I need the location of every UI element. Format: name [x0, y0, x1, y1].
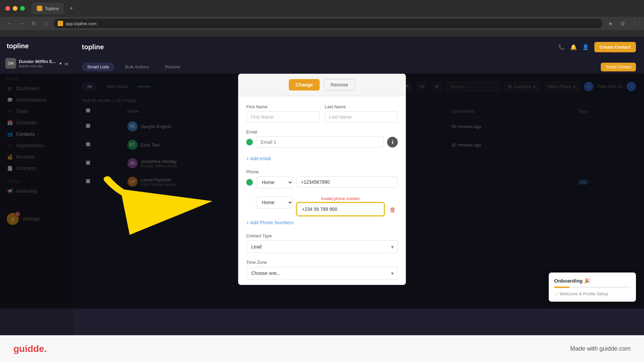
browser-chrome: Topline + ← → ↻ ⌂ app.topline.com ★ ⚙ ⋮	[0, 0, 644, 37]
last-name-input[interactable]	[325, 111, 398, 123]
add-phone-button[interactable]: + Add Phone Numbers	[246, 219, 293, 227]
traffic-lights	[5, 6, 25, 11]
notifications-btn[interactable]: 🔔	[570, 44, 577, 50]
phone-label: Phone	[246, 169, 398, 174]
back-button[interactable]: ←	[5, 19, 13, 27]
phone-type-select-2[interactable]: Home	[256, 196, 293, 208]
app-logo: topline	[82, 43, 104, 51]
active-tab[interactable]: Topline	[32, 3, 64, 14]
forward-button[interactable]: →	[17, 19, 25, 27]
remove-button[interactable]: Remove	[324, 79, 355, 90]
contact-type-group: Contact Type Lead ▾	[246, 233, 398, 253]
onboarding-progress-bar	[554, 287, 570, 288]
tab-bulk-actions[interactable]: Bulk Actions	[120, 62, 154, 71]
onboarding-progress-bar-container	[554, 287, 631, 288]
site-favicon	[58, 21, 63, 26]
change-button[interactable]: Change	[289, 79, 319, 90]
org-layout-icon: ⚌	[64, 61, 68, 66]
email-input[interactable]	[256, 136, 384, 148]
modal-overlay[interactable]: Change Remove First Name Last Name	[0, 74, 644, 308]
add-email-button[interactable]: + Add email	[246, 155, 271, 163]
phone-header-btn[interactable]: 📞	[558, 44, 565, 50]
app-header: topline 📞 🔔 👤 Create Contact	[74, 37, 644, 57]
email-row: ℹ	[246, 136, 398, 148]
footer: guidde. Made with guidde.com	[0, 335, 644, 362]
timezone-select[interactable]: Choose one...	[246, 267, 398, 280]
org-sub: Admin only list	[19, 64, 57, 68]
onboarding-widget: Onboarding 🎉 → Welcome & Profile Setup	[549, 273, 636, 302]
tab-bar: Topline +	[29, 3, 78, 14]
phone-group: Phone Home	[246, 169, 398, 216]
minimize-traffic-light[interactable]	[13, 6, 17, 11]
onboarding-link[interactable]: → Welcome & Profile Setup	[554, 291, 631, 296]
first-name-label: First Name	[246, 104, 319, 109]
modal-top-actions: Change Remove	[238, 74, 406, 96]
tab-smart-lists[interactable]: Smart Lists	[82, 62, 114, 71]
tab-favicon	[37, 6, 42, 11]
tab-title: Topline	[45, 6, 59, 11]
contact-type-label: Contact Type	[246, 233, 398, 238]
invalid-phone-container: Invalid phone number	[297, 196, 384, 216]
timezone-group: Time Zone Choose one... ▾	[246, 260, 398, 280]
modal-body: First Name Last Name Email ℹ	[238, 96, 406, 285]
onboarding-title: Onboarding 🎉	[554, 278, 631, 284]
browser-titlebar: Topline +	[0, 0, 644, 17]
timezone-label: Time Zone	[246, 260, 398, 265]
email-action-button[interactable]: ℹ	[387, 137, 398, 147]
address-bar[interactable]: app.topline.com	[54, 19, 602, 28]
delete-phone-button[interactable]: 🗑	[388, 204, 398, 216]
refresh-button[interactable]: ↻	[30, 19, 38, 27]
phone-row-2: Home Invalid phone number 🗑	[246, 196, 398, 216]
new-tab-button[interactable]: +	[67, 4, 76, 13]
invalid-phone-input[interactable]	[297, 202, 384, 216]
contact-type-select[interactable]: Lead	[246, 240, 398, 253]
home-button[interactable]: ⌂	[42, 19, 50, 27]
close-traffic-light[interactable]	[5, 6, 10, 11]
org-switcher[interactable]: DM Dunder Mifflin E... Admin only list ▾…	[0, 55, 74, 71]
org-name: Dunder Mifflin E...	[19, 59, 57, 64]
email-group: Email ℹ	[246, 129, 398, 150]
last-name-label: Last Name	[325, 104, 398, 109]
user-menu-btn[interactable]: 👤	[582, 44, 589, 50]
footer-credit: Made with guidde.com	[570, 345, 631, 352]
create-contact-button[interactable]: Create Contact	[594, 42, 636, 52]
org-avatar: DM	[5, 58, 16, 69]
tab-restore[interactable]: Restore	[160, 62, 186, 71]
last-name-group: Last Name	[325, 104, 398, 123]
maximize-traffic-light[interactable]	[20, 6, 25, 11]
name-row: First Name Last Name	[246, 104, 398, 123]
browser-addressbar: ← → ↻ ⌂ app.topline.com ★ ⚙ ⋮	[0, 17, 644, 30]
bookmark-button[interactable]: ★	[606, 19, 614, 27]
contact-edit-modal: Change Remove First Name Last Name	[238, 74, 406, 285]
phone-active-indicator	[246, 179, 253, 186]
menu-button[interactable]: ⋮	[631, 19, 639, 27]
phone-type-select[interactable]: Home	[256, 176, 293, 188]
org-expand-icon: ▾	[59, 61, 62, 66]
phone-row-1: Home	[246, 176, 398, 188]
email-active-indicator	[246, 139, 253, 145]
invalid-phone-label: Invalid phone number	[297, 196, 384, 201]
footer-logo: guidde.	[13, 344, 47, 354]
first-name-input[interactable]	[246, 111, 319, 123]
email-label: Email	[246, 129, 398, 134]
url-text: app.topline.com	[66, 21, 97, 26]
sidebar-logo: topline	[0, 42, 74, 55]
first-name-group: First Name	[246, 104, 319, 123]
extensions-button[interactable]: ⚙	[619, 19, 627, 27]
smart-contact-button[interactable]: Smart Contact	[601, 63, 636, 71]
phone-number-input-1[interactable]	[297, 176, 398, 188]
